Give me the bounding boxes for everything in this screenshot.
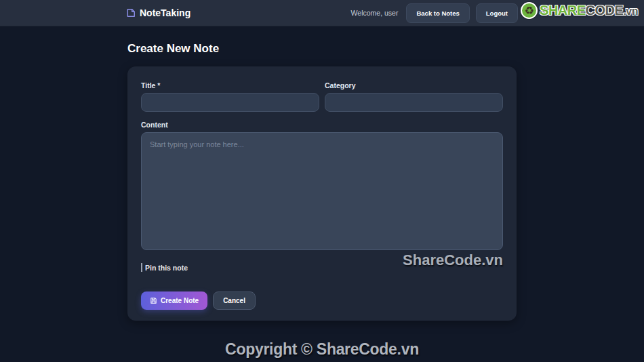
pin-label[interactable]: Pin this note [145, 264, 188, 272]
title-field-group: Title * [141, 81, 319, 112]
create-note-button-label: Create Note [161, 297, 199, 304]
save-icon [150, 297, 157, 304]
category-label: Category [325, 81, 503, 89]
logo-share-text: SHARE [540, 3, 586, 18]
category-input[interactable] [325, 93, 503, 112]
note-icon [126, 8, 136, 18]
cancel-button[interactable]: Cancel [213, 291, 256, 310]
logo-vn-text: .vn [623, 5, 638, 17]
main-content: Create New Note Title * Category Content… [127, 42, 517, 359]
recycle-icon: ♻ [521, 2, 538, 19]
create-note-button[interactable]: Create Note [141, 291, 207, 310]
title-category-row: Title * Category [141, 81, 503, 112]
create-note-form-card: Title * Category Content Pin this note S… [127, 66, 517, 321]
sharecode-logo: ♻ SHARECODE.vn [521, 2, 638, 19]
sharecode-logo-text: SHARECODE.vn [540, 3, 638, 18]
title-label: Title * [141, 81, 319, 89]
page-title: Create New Note [127, 42, 517, 56]
category-field-group: Category [325, 81, 503, 112]
navbar-inner: NoteTaking Welcome, user Back to Notes L… [126, 3, 518, 23]
pin-checkbox[interactable] [141, 263, 142, 272]
content-label: Content [141, 121, 503, 129]
title-input[interactable] [141, 93, 319, 112]
content-field-group: Content [141, 121, 503, 253]
logo-code-text: CODE [586, 3, 624, 18]
brand-link[interactable]: NoteTaking [126, 7, 190, 18]
form-actions-row: Create Note Cancel [141, 291, 503, 310]
content-textarea[interactable] [141, 132, 503, 250]
welcome-text: Welcome, user [351, 9, 399, 17]
navbar-right: Welcome, user Back to Notes Logout [351, 3, 518, 23]
brand-label: NoteTaking [140, 7, 190, 18]
footer: Copyright © ShareCode.vn [127, 340, 517, 359]
copyright-text: Copyright © ShareCode.vn [127, 340, 517, 359]
logout-button[interactable]: Logout [476, 3, 518, 23]
back-to-notes-button[interactable]: Back to Notes [406, 3, 469, 23]
watermark-text: ShareCode.vn [403, 252, 503, 269]
